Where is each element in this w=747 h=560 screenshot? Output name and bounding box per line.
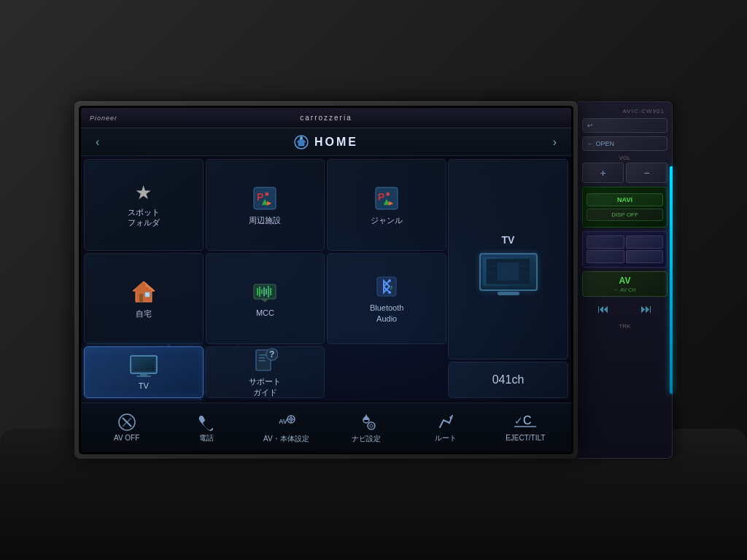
screen-bezel: Pioneer carrozzeria ‹ HOME › xyxy=(74,101,578,459)
star-icon: ★ xyxy=(135,182,152,204)
bottom-bar: AV OFF 電話 AV xyxy=(81,402,571,452)
svg-rect-39 xyxy=(259,354,266,356)
mcc-label: MCC xyxy=(256,308,274,318)
vol-minus-button[interactable]: − xyxy=(626,163,667,183)
model-label: AVIC-CW901 xyxy=(582,108,667,114)
tv-panel-top[interactable]: TV xyxy=(448,159,568,359)
svg-text:P: P xyxy=(378,191,384,203)
grid-dot-1[interactable] xyxy=(587,236,624,249)
house-icon xyxy=(130,278,158,306)
tv-label: TV xyxy=(139,381,149,391)
av-off-icon xyxy=(117,413,136,432)
tv-panel-label: TV xyxy=(502,228,515,246)
vol-row: + − xyxy=(582,163,667,183)
screen-inner-bezel: Pioneer carrozzeria ‹ HOME › xyxy=(79,106,573,454)
carrozzeria-logo: carrozzeria xyxy=(300,114,352,122)
support-guide-button[interactable]: ? サポートガイド xyxy=(206,346,325,398)
navi-settings-button[interactable]: ナビ設定 xyxy=(326,412,406,443)
svg-rect-26 xyxy=(262,299,268,300)
av-settings-button[interactable]: AV AV・本体設定 xyxy=(247,412,326,443)
nearby-label: 周辺施設 xyxy=(249,215,281,225)
svg-text:▶: ▶ xyxy=(389,200,394,206)
nearby-icon: P ■ ▶ xyxy=(251,184,279,212)
svg-rect-40 xyxy=(259,357,265,359)
mcc-button[interactable]: MCC xyxy=(206,253,325,345)
tv-screen-display xyxy=(479,253,538,291)
route-label: ルート xyxy=(435,434,457,443)
home-dest-label: 自宅 xyxy=(136,308,152,319)
svg-rect-14 xyxy=(139,294,143,302)
grid-dot-4[interactable] xyxy=(626,250,664,263)
navi-button[interactable]: NAVI xyxy=(587,193,663,206)
bluetooth-audio-button[interactable]: ♪ BluetoothAudio xyxy=(327,253,446,345)
prev-button[interactable]: ⏮ xyxy=(597,303,609,316)
home-title: HOME xyxy=(314,136,358,149)
genre-button[interactable]: P ■ ▶ ジャンル xyxy=(327,159,446,251)
svg-rect-33 xyxy=(133,358,155,371)
svg-point-55 xyxy=(368,422,375,429)
svg-rect-15 xyxy=(145,292,150,297)
route-button[interactable]: ルート xyxy=(406,413,485,443)
nav-left-button[interactable]: ‹ xyxy=(85,132,110,152)
content-area: ★ スポットフォルダ P ■ ▶ xyxy=(81,156,571,401)
vol-plus-button[interactable]: + xyxy=(582,163,624,183)
nav-right-button[interactable]: › xyxy=(542,132,568,152)
tv-button[interactable]: TV xyxy=(84,346,204,398)
disp-off-button[interactable]: DISP OFF xyxy=(587,209,663,221)
media-controls: ⏮ ⏭ xyxy=(582,300,667,318)
spot-folder-label: スポットフォルダ xyxy=(128,207,160,228)
navi-settings-label: ナビ設定 xyxy=(352,435,381,443)
next-button[interactable]: ⏭ xyxy=(640,303,652,316)
right-controls-panel: AVIC-CW901 ↩ ← OPEN VOL + − NAVI xyxy=(578,101,673,459)
nearby-button[interactable]: P ■ ▶ 周辺施設 xyxy=(206,159,325,251)
genre-icon: P ■ ▶ xyxy=(373,184,400,212)
cyan-accent-bar xyxy=(670,166,673,394)
av-off-label: AV OFF xyxy=(114,434,139,443)
svg-text:■: ■ xyxy=(386,190,390,198)
eject-tilt-label: EJECT/TILT xyxy=(506,434,545,443)
svg-text:▶: ▶ xyxy=(267,200,272,206)
phone-button[interactable]: 電話 xyxy=(166,413,246,443)
svg-text:C: C xyxy=(523,414,532,427)
phone-label: 電話 xyxy=(199,434,214,443)
grid-dot-3[interactable] xyxy=(587,250,624,263)
support-guide-label: サポートガイド xyxy=(249,376,281,397)
open-button[interactable]: ← OPEN xyxy=(582,136,667,151)
back-button[interactable]: ↩ xyxy=(582,118,667,133)
bluetooth-icon: ♪ xyxy=(374,273,400,300)
svg-rect-27 xyxy=(377,277,396,296)
tv-icon xyxy=(129,354,158,378)
svg-rect-35 xyxy=(136,376,151,377)
tv-channel-display[interactable]: 041ch xyxy=(448,362,568,398)
main-screen: Pioneer carrozzeria ‹ HOME › xyxy=(81,108,571,452)
tv-screen-inner xyxy=(483,257,533,285)
back-icon: ↩ xyxy=(587,122,593,129)
genre-label: ジャンル xyxy=(371,215,403,225)
main-grid: ★ スポットフォルダ P ■ ▶ xyxy=(84,159,446,398)
volume-control: VOL + − xyxy=(582,155,667,183)
home-header: ‹ HOME › xyxy=(81,128,571,156)
support-guide-icon: ? xyxy=(252,347,278,373)
home-button[interactable]: 自宅 xyxy=(84,253,204,345)
vol-label: VOL xyxy=(582,155,667,161)
route-icon xyxy=(436,413,455,432)
disp-off-label: DISP OFF xyxy=(611,211,638,218)
pioneer-logo: Pioneer xyxy=(90,114,117,122)
navi-section: NAVI DISP OFF xyxy=(582,187,667,228)
svg-rect-41 xyxy=(259,360,266,362)
svg-text:AV: AV xyxy=(279,418,287,425)
av-ch-label[interactable]: ← AV CH xyxy=(587,287,663,292)
open-label: ← OPEN xyxy=(587,140,614,147)
svg-text:♪: ♪ xyxy=(390,283,393,291)
svg-point-2 xyxy=(300,136,303,139)
svg-text:✓: ✓ xyxy=(514,415,523,427)
spot-folder-button[interactable]: ★ スポットフォルダ xyxy=(84,159,204,251)
av-settings-label: AV・本体設定 xyxy=(263,435,309,443)
av-off-button[interactable]: AV OFF xyxy=(87,413,166,443)
grid-dot-2[interactable] xyxy=(626,236,664,249)
svg-point-29 xyxy=(388,291,391,294)
brand-bar: Pioneer carrozzeria xyxy=(81,108,571,128)
eject-tilt-button[interactable]: ✓ C EJECT/TILT xyxy=(486,413,565,443)
av-label[interactable]: AV xyxy=(587,276,663,286)
phone-icon xyxy=(197,413,216,432)
